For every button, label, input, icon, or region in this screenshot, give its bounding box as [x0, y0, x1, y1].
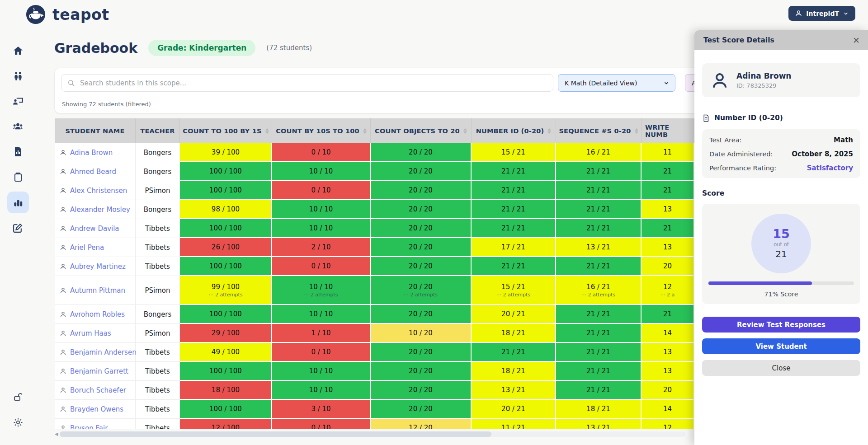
column-header[interactable]: COUNT OBJECTS TO 20: [371, 118, 472, 143]
score-cell[interactable]: 21 / 21: [556, 181, 642, 200]
score-cell[interactable]: 21 / 21: [472, 162, 556, 181]
score-cell[interactable]: 21 / 21: [556, 343, 642, 362]
score-cell[interactable]: 20 / 20: [371, 200, 472, 219]
score-cell[interactable]: 0 / 10: [272, 257, 371, 276]
student-name-link[interactable]: Benjamin Garrett: [70, 367, 128, 375]
score-cell[interactable]: 10 / 10: [272, 381, 371, 400]
score-cell[interactable]: 0 / 10: [272, 143, 371, 162]
view-student-button[interactable]: View Student: [702, 338, 860, 354]
student-name-link[interactable]: Brayden Owens: [70, 405, 123, 413]
score-cell[interactable]: 21: [642, 181, 694, 200]
score-cell[interactable]: 20 / 20: [371, 219, 472, 238]
score-cell[interactable]: 13 / 21: [472, 381, 556, 400]
sidebar-item-students[interactable]: [7, 65, 29, 87]
score-cell[interactable]: 10 / 10: [272, 305, 371, 324]
scroll-left-arrow[interactable]: ◀: [55, 431, 58, 436]
score-cell[interactable]: 20 / 20: [371, 400, 472, 419]
score-cell[interactable]: 18 / 100: [180, 381, 272, 400]
score-cell[interactable]: 21 / 21: [472, 257, 556, 276]
score-cell[interactable]: 21 / 21: [556, 305, 642, 324]
score-cell[interactable]: 20 / 20⋯ 2 attempts: [371, 276, 472, 305]
score-cell[interactable]: 10 / 10: [272, 162, 371, 181]
student-name-link[interactable]: Alexander Mosley: [70, 206, 130, 214]
score-cell[interactable]: 20 / 20: [371, 362, 472, 381]
score-cell[interactable]: 20 / 20: [371, 238, 472, 257]
score-cell[interactable]: 12 / 100: [180, 419, 272, 429]
score-cell[interactable]: 100 / 100: [180, 219, 272, 238]
student-name-link[interactable]: Adina Brown: [70, 149, 113, 157]
score-cell[interactable]: 17 / 21: [472, 238, 556, 257]
student-name-link[interactable]: Ahmed Beard: [70, 168, 116, 176]
score-cell[interactable]: 13 / 21: [556, 238, 642, 257]
column-header[interactable]: SEQUENCE #S 0-20: [556, 118, 642, 143]
score-cell[interactable]: 18 / 21: [472, 324, 556, 343]
score-cell[interactable]: 20 / 20: [371, 181, 472, 200]
score-cell[interactable]: 0 / 10: [272, 419, 371, 429]
review-test-responses-button[interactable]: Review Test Responses: [702, 317, 860, 333]
score-cell[interactable]: 13 / 21: [556, 419, 642, 429]
scrollbar-track[interactable]: [60, 431, 685, 437]
score-cell[interactable]: 12⋯ 2 a: [642, 276, 694, 305]
student-name-link[interactable]: Alex Christensen: [70, 187, 127, 195]
score-cell[interactable]: 10 / 10⋯ 2 attempts: [272, 276, 371, 305]
score-cell[interactable]: 100 / 100: [180, 305, 272, 324]
score-cell[interactable]: 100 / 100: [180, 181, 272, 200]
score-cell[interactable]: 21 / 21: [472, 343, 556, 362]
score-cell[interactable]: 14: [642, 324, 694, 343]
score-cell[interactable]: 14: [642, 400, 694, 419]
score-cell[interactable]: 0 / 10: [272, 343, 371, 362]
score-cell[interactable]: 13: [642, 343, 694, 362]
sidebar-item-gradebook[interactable]: [7, 192, 29, 213]
student-name-link[interactable]: Avrum Haas: [70, 329, 111, 337]
sidebar-item-classroom[interactable]: [7, 90, 29, 112]
sidebar-item-assignments[interactable]: [7, 166, 29, 188]
score-cell[interactable]: 26 / 100: [180, 238, 272, 257]
score-cell[interactable]: 49 / 100: [180, 343, 272, 362]
score-cell[interactable]: 99 / 100⋯ 2 attempts: [180, 276, 272, 305]
score-cell[interactable]: 100 / 100: [180, 257, 272, 276]
score-cell[interactable]: 21 / 21: [556, 324, 642, 343]
score-cell[interactable]: 13: [642, 200, 694, 219]
score-cell[interactable]: 10 / 10: [272, 200, 371, 219]
scrollbar-thumb[interactable]: [60, 431, 491, 437]
score-cell[interactable]: 18 / 21: [472, 362, 556, 381]
sidebar-item-unlock[interactable]: [7, 386, 29, 408]
score-cell[interactable]: 2 / 10: [272, 238, 371, 257]
score-cell[interactable]: 21 / 21: [556, 162, 642, 181]
score-cell[interactable]: 12: [642, 419, 694, 429]
score-cell[interactable]: 13: [642, 362, 694, 381]
score-cell[interactable]: 20: [642, 257, 694, 276]
column-header[interactable]: COUNT BY 10S TO 100: [272, 118, 371, 143]
score-cell[interactable]: 100 / 100: [180, 362, 272, 381]
score-cell[interactable]: 11 / 21: [472, 419, 556, 429]
score-cell[interactable]: 16 / 21: [556, 143, 642, 162]
student-name-link[interactable]: Benjamin Andersen: [70, 348, 137, 356]
score-cell[interactable]: 1 / 10: [272, 324, 371, 343]
score-cell[interactable]: 21 / 21: [556, 381, 642, 400]
score-cell[interactable]: 21 / 21: [472, 200, 556, 219]
score-cell[interactable]: 11: [642, 143, 694, 162]
score-cell[interactable]: 20: [642, 381, 694, 400]
score-cell[interactable]: 18 / 21: [556, 400, 642, 419]
column-header[interactable]: NUMBER ID (0-20): [472, 118, 556, 143]
close-button[interactable]: Close: [702, 360, 860, 376]
student-name-link[interactable]: Aubrey Martinez: [70, 262, 126, 271]
score-cell[interactable]: 20 / 20: [371, 343, 472, 362]
score-cell[interactable]: 16 / 21⋯ 2 attempts: [556, 276, 642, 305]
score-cell[interactable]: 100 / 100: [180, 162, 272, 181]
score-cell[interactable]: 15 / 21⋯ 2 attempts: [472, 276, 556, 305]
student-name-link[interactable]: Avrohom Robles: [70, 310, 125, 319]
sidebar-item-reports[interactable]: [7, 141, 29, 163]
student-name-link[interactable]: Boruch Schaefer: [70, 386, 126, 394]
score-cell[interactable]: 21: [642, 219, 694, 238]
score-cell[interactable]: 20 / 21: [472, 400, 556, 419]
score-cell[interactable]: 15 / 21: [472, 143, 556, 162]
score-cell[interactable]: 13: [642, 238, 694, 257]
score-cell[interactable]: 20 / 21: [472, 305, 556, 324]
column-header[interactable]: COUNT TO 100 BY 1S: [180, 118, 272, 143]
score-cell[interactable]: 10 / 10: [272, 362, 371, 381]
score-cell[interactable]: 21: [642, 305, 694, 324]
student-name-link[interactable]: Autumn Pittman: [70, 286, 125, 295]
close-icon[interactable]: ✕: [853, 36, 860, 45]
sidebar-item-settings[interactable]: [7, 412, 29, 433]
